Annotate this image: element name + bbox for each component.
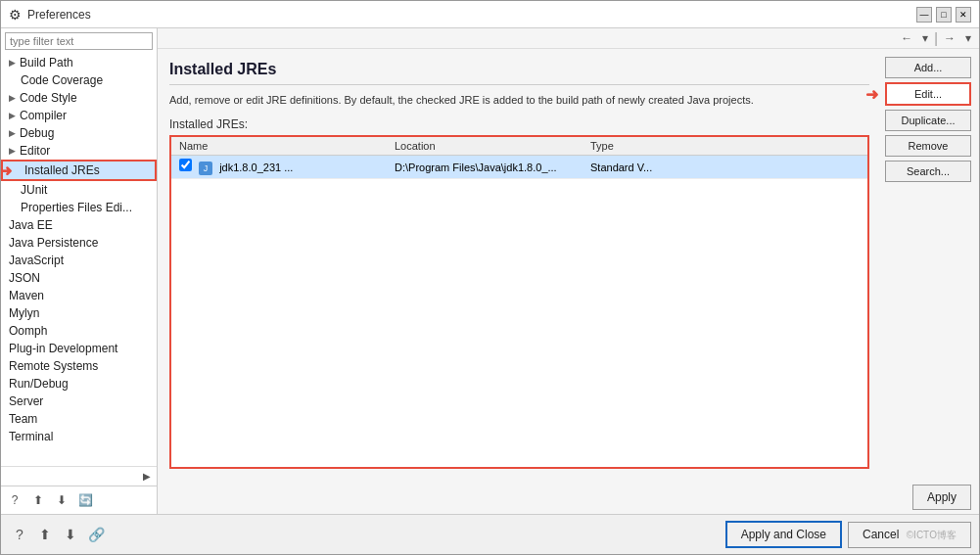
sidebar-item-label: Remote Systems — [9, 359, 98, 373]
column-header-location: Location — [387, 137, 583, 156]
refresh-button[interactable]: 🔄 — [75, 490, 95, 510]
jre-checkbox[interactable] — [179, 159, 192, 171]
window-icon: ⚙ — [9, 7, 22, 23]
sidebar-expand-arrow[interactable]: ▶ — [141, 469, 153, 484]
sidebar-item-properties-editor[interactable]: Properties Files Edi... — [1, 199, 157, 216]
search-button[interactable]: Search... — [885, 161, 971, 182]
sidebar-item-json[interactable]: JSON — [1, 269, 157, 287]
expand-arrow: ▶ — [9, 93, 16, 103]
buttons-panel: Add... ➜ Edit... Duplicate... Remove Sea… — [881, 49, 979, 481]
duplicate-button[interactable]: Duplicate... — [885, 110, 971, 131]
export-icon-button[interactable]: ⬆ — [34, 524, 56, 545]
maximize-button[interactable]: □ — [936, 7, 952, 23]
sidebar-item-label: Editor — [20, 144, 50, 158]
jre-name: jdk1.8.0_231 ... — [219, 162, 293, 173]
export-button[interactable]: ⬆ — [28, 490, 48, 510]
jre-icon: J — [199, 162, 212, 175]
table-row[interactable]: J jdk1.8.0_231 ... D:\Program Files\Java… — [171, 156, 867, 179]
panel-title: Installed JREs — [169, 61, 869, 85]
import-icon-button[interactable]: ⬇ — [60, 524, 81, 545]
cancel-button[interactable]: Cancel ©ICTО博客 — [848, 522, 971, 548]
link-icon-button[interactable]: 🔗 — [85, 524, 107, 545]
red-arrow-indicator: ➜ — [1, 162, 12, 180]
close-button[interactable]: ✕ — [956, 7, 971, 23]
jre-name-cell: J jdk1.8.0_231 ... — [171, 156, 387, 179]
sidebar-item-label: Oomph — [9, 324, 47, 338]
apply-and-close-button[interactable]: Apply and Close — [725, 521, 842, 548]
sidebar-item-maven[interactable]: Maven — [1, 287, 157, 304]
help-icon-button[interactable]: ? — [9, 524, 30, 545]
sidebar-item-build-path[interactable]: ▶ Build Path — [1, 54, 157, 71]
sidebar-tree: ▶ Build Path Code Coverage ▶ Code Style … — [1, 54, 157, 466]
remove-button[interactable]: Remove — [885, 135, 971, 157]
content-area: Installed JREs Add, remove or edit JRE d… — [158, 49, 979, 481]
sidebar-item-editor[interactable]: ▶ Editor — [1, 142, 157, 160]
sidebar-item-javascript[interactable]: JavaScript — [1, 252, 157, 269]
bottom-bar: ? ⬆ ⬇ 🔗 Apply and Close Cancel ©ICTО博客 — [1, 514, 979, 554]
sidebar-installed-jres-row: ➜ Installed JREs — [1, 160, 157, 181]
sidebar-item-remote-systems[interactable]: Remote Systems — [1, 357, 157, 375]
preferences-window: ⚙ Preferences — □ ✕ ▶ Build Path Code Co… — [0, 0, 980, 555]
watermark-text: ©ICTО博客 — [907, 530, 957, 540]
forward-button[interactable]: → — [940, 30, 959, 46]
sidebar-item-label: Installed JREs — [24, 163, 100, 177]
sidebar-item-debug[interactable]: ▶ Debug — [1, 124, 157, 142]
sidebar-item-label: Java Persistence — [9, 236, 98, 250]
nav-bar: ← ▾ | → ▾ — [158, 28, 979, 49]
sidebar-item-label: Compiler — [20, 109, 67, 122]
import-button[interactable]: ⬇ — [52, 490, 71, 510]
sidebar-item-installed-jres[interactable]: Installed JREs — [1, 160, 157, 181]
edit-button-container: ➜ Edit... — [885, 82, 971, 106]
filter-input[interactable] — [5, 32, 153, 50]
panel-description: Add, remove or edit JRE definitions. By … — [169, 93, 869, 108]
expand-arrow: ▶ — [9, 58, 16, 68]
apply-button-panel[interactable]: Apply — [912, 485, 971, 510]
sidebar-editor-container: ▶ Editor — [1, 142, 157, 160]
jre-table-wrapper: Name Location Type J — [169, 135, 869, 469]
sidebar-item-label: Plug-in Development — [9, 342, 117, 355]
sidebar-item-compiler[interactable]: ▶ Compiler — [1, 107, 157, 124]
sidebar-item-label: Terminal — [9, 430, 53, 443]
add-button[interactable]: Add... — [885, 57, 971, 78]
sidebar-item-label: Server — [9, 394, 43, 408]
sidebar-item-junit[interactable]: JUnit — [1, 181, 157, 199]
cancel-label: Cancel — [863, 528, 899, 541]
sidebar-item-label: Build Path — [20, 56, 73, 69]
sidebar-item-run-debug[interactable]: Run/Debug — [1, 375, 157, 393]
bottom-right: Apply and Close Cancel ©ICTО博客 — [725, 521, 971, 548]
jre-location-cell: D:\Program Files\Java\jdk1.8.0_... — [387, 156, 583, 179]
minimize-button[interactable]: — — [916, 7, 932, 23]
sidebar-bottom-bar: ? ⬆ ⬇ 🔄 — [1, 486, 157, 514]
panel-apply-row: Apply — [158, 481, 979, 514]
edit-button[interactable]: Edit... — [885, 82, 971, 106]
sidebar-item-java-persistence[interactable]: Java Persistence — [1, 234, 157, 252]
help-button[interactable]: ? — [5, 490, 24, 510]
column-header-name: Name — [171, 137, 387, 156]
expand-arrow: ▶ — [9, 128, 16, 138]
sidebar-item-label: JSON — [9, 271, 40, 285]
sidebar-item-label: Code Style — [20, 91, 77, 105]
back-button[interactable]: ← — [897, 30, 916, 46]
expand-arrow: ▶ — [9, 111, 16, 120]
sidebar-item-java-ee[interactable]: Java EE — [1, 216, 157, 234]
sidebar: ▶ Build Path Code Coverage ▶ Code Style … — [1, 28, 158, 514]
forward-dropdown-button[interactable]: ▾ — [961, 30, 975, 46]
jre-type-cell: Standard V... — [583, 156, 867, 179]
back-dropdown-button[interactable]: ▾ — [918, 30, 932, 46]
sidebar-item-label: Java EE — [9, 218, 53, 232]
sidebar-item-oomph[interactable]: Oomph — [1, 322, 157, 340]
title-bar-left: ⚙ Preferences — [9, 7, 91, 23]
sidebar-item-server[interactable]: Server — [1, 393, 157, 410]
title-bar-controls: — □ ✕ — [916, 7, 971, 23]
sidebar-item-mylyn[interactable]: Mylyn — [1, 304, 157, 322]
column-header-type: Type — [583, 137, 867, 156]
sidebar-item-team[interactable]: Team — [1, 410, 157, 428]
sidebar-item-code-style[interactable]: ▶ Code Style — [1, 89, 157, 107]
sidebar-item-plugin-development[interactable]: Plug-in Development — [1, 340, 157, 357]
sidebar-item-label: JUnit — [21, 183, 47, 197]
window-title: Preferences — [27, 8, 91, 22]
sidebar-item-terminal[interactable]: Terminal — [1, 428, 157, 445]
title-bar: ⚙ Preferences — □ ✕ — [1, 1, 979, 28]
sidebar-item-label: Run/Debug — [9, 377, 69, 391]
sidebar-item-code-coverage[interactable]: Code Coverage — [1, 71, 157, 89]
